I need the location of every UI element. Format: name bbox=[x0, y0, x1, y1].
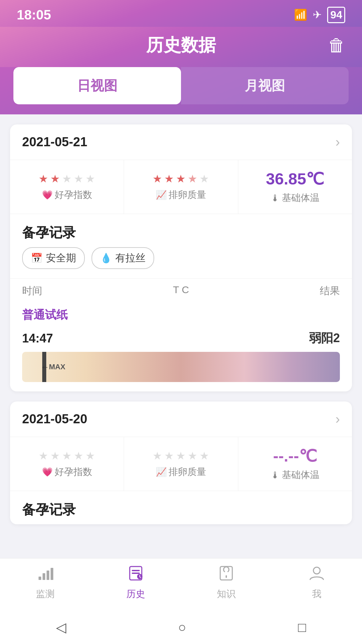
svg-rect-2 bbox=[47, 571, 49, 580]
temperature-label-0: 🌡 基础体温 bbox=[270, 192, 319, 204]
strip-max-label: MAX bbox=[49, 363, 65, 371]
pregnancy-title-1: 备孕记录 bbox=[10, 491, 352, 524]
system-nav-bar: ◁ ○ □ bbox=[0, 610, 362, 644]
main-content: 2021-05-21 › ★ ★ ★ ★ ★ 💗 好孕指数 bbox=[0, 114, 362, 632]
o1-star-1: ★ bbox=[153, 449, 162, 462]
o1-star-5: ★ bbox=[199, 449, 209, 462]
nav-me[interactable]: 我 bbox=[287, 565, 347, 600]
date-row-1[interactable]: 2021-05-20 › bbox=[10, 401, 352, 437]
calendar-icon: 📅 bbox=[31, 253, 43, 264]
fertility-icon-0: 💗 bbox=[42, 190, 53, 200]
strip-image-0: ← MAX bbox=[22, 352, 340, 382]
col-tc: T C bbox=[173, 284, 189, 298]
f1-star-1: ★ bbox=[39, 449, 48, 462]
ovulation-stat-1: ★ ★ ★ ★ ★ 📈 排卵质量 bbox=[124, 437, 238, 491]
nav-knowledge[interactable]: 知识 bbox=[196, 565, 256, 600]
date-row-0[interactable]: 2021-05-21 › bbox=[10, 124, 352, 160]
temperature-stat-0: 36.85℃ 🌡 基础体温 bbox=[238, 160, 352, 214]
fertility-icon-1: 💗 bbox=[42, 467, 53, 477]
airplane-icon: ✈ bbox=[313, 8, 322, 21]
chevron-right-icon-0: › bbox=[336, 135, 340, 150]
temperature-label-1: 🌡 基础体温 bbox=[270, 469, 319, 481]
nav-knowledge-label: 知识 bbox=[217, 588, 236, 600]
fertility-stars-0: ★ ★ ★ ★ ★ bbox=[39, 172, 95, 185]
temperature-value-0: 36.85℃ bbox=[266, 169, 324, 188]
col-result: 结果 bbox=[320, 284, 340, 298]
chevron-right-icon-1: › bbox=[336, 412, 340, 427]
thermometer-icon-1: 🌡 bbox=[270, 470, 280, 481]
nav-monitor[interactable]: 监测 bbox=[15, 565, 75, 600]
ovulation-label-1: 📈 排卵质量 bbox=[156, 466, 206, 478]
svg-rect-5 bbox=[132, 570, 140, 571]
o-star-2: ★ bbox=[164, 172, 174, 185]
battery-indicator: 94 bbox=[327, 7, 345, 23]
svg-rect-9 bbox=[226, 575, 227, 578]
strip-arrow: ← bbox=[41, 362, 49, 372]
tag-safe-period: 📅 安全期 bbox=[22, 247, 85, 269]
nav-history[interactable]: 历史 bbox=[106, 565, 166, 600]
col-time: 时间 bbox=[22, 284, 42, 298]
o-star-3: ★ bbox=[176, 172, 186, 185]
bottom-nav: 监测 历史 知识 bbox=[0, 558, 362, 610]
table-header-0: 时间 T C 结果 bbox=[10, 278, 352, 303]
fertility-stat-0: ★ ★ ★ ★ ★ 💗 好孕指数 bbox=[10, 160, 124, 214]
drop-icon: 💧 bbox=[100, 253, 112, 264]
f1-star-2: ★ bbox=[50, 449, 60, 462]
o1-star-3: ★ bbox=[176, 449, 186, 462]
record-date-0: 2021-05-21 bbox=[22, 135, 87, 149]
nav-history-label: 历史 bbox=[126, 588, 145, 600]
f1-star-4: ★ bbox=[74, 449, 83, 462]
star-2: ★ bbox=[50, 172, 60, 185]
svg-rect-3 bbox=[51, 568, 53, 580]
ovulation-stat-0: ★ ★ ★ ★ ★ 📈 排卵质量 bbox=[124, 160, 238, 214]
svg-point-10 bbox=[313, 567, 320, 574]
status-time: 18:05 bbox=[17, 7, 51, 22]
record-card-1: 2021-05-20 › ★ ★ ★ ★ ★ 💗 好孕指数 bbox=[10, 401, 352, 524]
tab-day[interactable]: 日视图 bbox=[13, 67, 181, 104]
header: 历史数据 🗑 bbox=[0, 27, 362, 67]
tabs-container: 日视图 月视图 bbox=[0, 67, 362, 114]
sys-recent-button[interactable]: □ bbox=[298, 620, 306, 635]
tag-mucus: 💧 有拉丝 bbox=[92, 247, 154, 269]
o-star-4: ★ bbox=[188, 172, 197, 185]
sys-back-button[interactable]: ◁ bbox=[56, 620, 66, 635]
stats-row-1: ★ ★ ★ ★ ★ 💗 好孕指数 ★ ★ ★ ★ ★ bbox=[10, 437, 352, 491]
record-date-1: 2021-05-20 bbox=[22, 412, 87, 426]
stats-row-0: ★ ★ ★ ★ ★ 💗 好孕指数 ★ ★ ★ ★ ★ bbox=[10, 160, 352, 214]
star-4: ★ bbox=[74, 172, 83, 185]
monitor-icon bbox=[37, 565, 53, 585]
history-icon bbox=[128, 565, 144, 585]
star-3: ★ bbox=[62, 172, 72, 185]
f1-star-5: ★ bbox=[85, 449, 95, 462]
pregnancy-title-0: 备孕记录 bbox=[10, 214, 352, 247]
temperature-value-1: --.--℃ bbox=[273, 446, 317, 465]
delete-button[interactable]: 🗑 bbox=[328, 35, 345, 55]
fertility-label-1: 💗 好孕指数 bbox=[42, 466, 92, 478]
strip-time-0: 14:47 bbox=[22, 331, 53, 345]
svg-rect-0 bbox=[39, 577, 41, 580]
star-1: ★ bbox=[39, 172, 48, 185]
strip-result-0: 弱阳2 bbox=[309, 330, 340, 346]
sys-home-button[interactable]: ○ bbox=[178, 620, 186, 635]
fertility-label-0: 💗 好孕指数 bbox=[42, 189, 92, 201]
ovulation-stars-0: ★ ★ ★ ★ ★ bbox=[153, 172, 209, 185]
thermometer-icon-0: 🌡 bbox=[270, 193, 280, 204]
knowledge-icon bbox=[218, 565, 234, 585]
o1-star-4: ★ bbox=[188, 449, 197, 462]
tab-month[interactable]: 月视图 bbox=[181, 67, 349, 104]
ovulation-stars-1: ★ ★ ★ ★ ★ bbox=[153, 449, 209, 462]
strip-type-0: 普通试纸 bbox=[10, 303, 352, 327]
svg-rect-1 bbox=[43, 573, 45, 580]
pregnancy-section-1: 备孕记录 bbox=[10, 491, 352, 524]
me-icon bbox=[309, 565, 325, 585]
ovulation-icon-1: 📈 bbox=[156, 467, 167, 477]
page-title: 历史数据 bbox=[146, 34, 216, 57]
status-bar: 18:05 📶 ✈ 94 bbox=[0, 0, 362, 27]
o1-star-2: ★ bbox=[164, 449, 174, 462]
fertility-stat-1: ★ ★ ★ ★ ★ 💗 好孕指数 bbox=[10, 437, 124, 491]
strip-row-0: 14:47 弱阳2 bbox=[10, 327, 352, 352]
ovulation-icon-0: 📈 bbox=[156, 190, 167, 200]
record-card-0: 2021-05-21 › ★ ★ ★ ★ ★ 💗 好孕指数 bbox=[10, 124, 352, 391]
o-star-5: ★ bbox=[199, 172, 209, 185]
view-tabs: 日视图 月视图 bbox=[13, 67, 349, 104]
